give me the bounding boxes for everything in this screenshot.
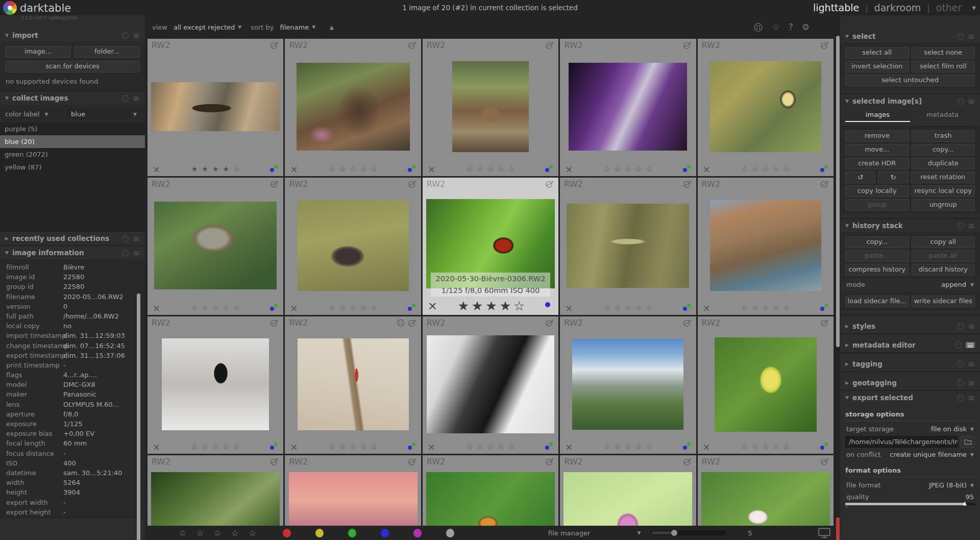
thumbnail-cell-5[interactable]: RW2×☆☆☆☆☆ bbox=[698, 39, 834, 176]
sort-value[interactable]: filename bbox=[280, 23, 309, 31]
select-all-button[interactable]: select all bbox=[845, 47, 909, 59]
remove-button[interactable]: remove bbox=[845, 130, 909, 142]
photo-thumbnail[interactable] bbox=[572, 339, 683, 430]
collapse-arrow-icon[interactable] bbox=[5, 33, 12, 38]
star-rating[interactable]: ★★★★☆ bbox=[441, 299, 544, 313]
filter-star-2[interactable]: ☆ bbox=[196, 528, 204, 538]
filter-color-dot-2[interactable] bbox=[315, 529, 324, 537]
quality-slider[interactable] bbox=[845, 501, 975, 507]
presets-icon[interactable] bbox=[968, 380, 975, 385]
presets-icon[interactable] bbox=[968, 395, 975, 400]
paste-button[interactable]: paste... bbox=[845, 250, 909, 262]
mode-value[interactable]: append bbox=[941, 281, 966, 288]
reset-icon[interactable] bbox=[957, 98, 964, 105]
discard-history-button[interactable]: discard history bbox=[912, 264, 975, 276]
thumbnail-cell-14[interactable]: RW2×☆☆☆☆☆ bbox=[560, 316, 696, 454]
reject-icon[interactable]: × bbox=[153, 164, 166, 175]
scan-for-devices-button[interactable]: scan for devices bbox=[5, 61, 140, 72]
photo-thumbnail[interactable] bbox=[298, 338, 409, 430]
presets-icon[interactable] bbox=[968, 324, 975, 329]
star-rating[interactable]: ☆☆☆☆☆ bbox=[166, 443, 269, 451]
star-rating[interactable]: ☆☆☆☆☆ bbox=[166, 304, 269, 312]
reset-icon[interactable] bbox=[957, 360, 964, 367]
presets-icon[interactable] bbox=[966, 342, 975, 348]
reset-rotation-button[interactable]: reset rotation bbox=[911, 171, 975, 183]
select-module-header[interactable]: select bbox=[840, 30, 980, 43]
photo-thumbnail[interactable] bbox=[715, 337, 817, 432]
reset-icon[interactable] bbox=[122, 250, 129, 256]
thumbnail-cell-6[interactable]: RW2×☆☆☆☆☆ bbox=[148, 178, 283, 315]
presets-icon[interactable] bbox=[133, 95, 140, 101]
reject-icon[interactable]: × bbox=[290, 164, 303, 175]
import-image-button[interactable]: image... bbox=[5, 46, 71, 58]
photo-thumbnail[interactable] bbox=[154, 202, 277, 289]
reject-icon[interactable]: × bbox=[565, 441, 578, 452]
view-filter-value[interactable]: all except rejected bbox=[174, 23, 235, 31]
filter-star-5[interactable]: ☆ bbox=[249, 528, 256, 538]
reset-icon[interactable] bbox=[122, 235, 129, 242]
history-stack-header[interactable]: history stack bbox=[840, 219, 980, 232]
import-folder-button[interactable]: folder... bbox=[74, 46, 140, 58]
ungroup-button[interactable]: ungroup bbox=[912, 199, 975, 211]
import-module-header[interactable]: import bbox=[0, 29, 145, 42]
thumbnail-cell-16[interactable]: RW2×☆☆☆☆☆ bbox=[148, 455, 283, 526]
thumbnail-cell-8[interactable]: RW22020-05-30-Bièvre-0306.RW21/125 f/8,0… bbox=[423, 178, 558, 315]
paste-all-button[interactable]: paste all bbox=[912, 250, 975, 262]
photo-thumbnail[interactable] bbox=[151, 82, 280, 131]
presets-icon[interactable] bbox=[133, 250, 140, 255]
sort-ascending-icon[interactable] bbox=[330, 24, 334, 30]
star-rating[interactable]: ☆☆☆☆☆ bbox=[441, 443, 544, 451]
filter-star-1[interactable]: ☆ bbox=[179, 528, 186, 538]
collect-images-module-header[interactable]: collect images bbox=[0, 91, 145, 105]
select-untouched-button[interactable]: select untouched bbox=[845, 75, 975, 86]
right-panel-scrollbar[interactable] bbox=[836, 36, 840, 347]
export-path-input[interactable]: /home/nilvus/Téléchargements/Im bbox=[845, 436, 958, 448]
reject-icon[interactable]: × bbox=[428, 299, 441, 312]
view-filter-dropdown-icon[interactable] bbox=[238, 24, 241, 30]
collapse-arrow-icon[interactable] bbox=[845, 342, 852, 348]
star-rating[interactable]: ☆☆☆☆☆ bbox=[303, 304, 406, 312]
thumbnail-cell-2[interactable]: RW2×☆☆☆☆☆ bbox=[285, 39, 421, 176]
presets-icon[interactable] bbox=[133, 236, 140, 241]
thumbnail-cell-12[interactable]: RW2×☆☆☆☆☆ bbox=[285, 316, 421, 454]
compress-history-button[interactable]: compress history bbox=[845, 264, 909, 276]
select-none-button[interactable]: select none bbox=[912, 47, 975, 59]
thumbnail-cell-9[interactable]: RW2×☆☆☆☆☆ bbox=[560, 178, 696, 315]
thumbnail-cell-19[interactable]: RW2×☆☆☆☆☆ bbox=[560, 455, 696, 526]
star-rating[interactable]: ☆☆☆☆☆ bbox=[716, 304, 819, 312]
reset-icon[interactable] bbox=[957, 379, 964, 386]
filter-color-dot-5[interactable] bbox=[413, 529, 422, 537]
file-format-dropdown-icon[interactable] bbox=[970, 483, 974, 488]
target-storage-dropdown-icon[interactable] bbox=[970, 427, 974, 432]
thumbnail-cell-10[interactable]: RW2×☆☆☆☆☆ bbox=[698, 178, 834, 315]
photo-thumbnail[interactable] bbox=[710, 61, 821, 152]
photo-thumbnail[interactable] bbox=[564, 472, 692, 526]
module-styles[interactable]: styles bbox=[840, 318, 980, 334]
duplicate-button[interactable]: duplicate bbox=[912, 158, 975, 169]
left-panel-scrollbar[interactable] bbox=[137, 293, 140, 540]
filter-star-4[interactable]: ☆ bbox=[231, 528, 239, 538]
thumbnail-cell-18[interactable]: RW2×☆☆☆☆☆ bbox=[423, 455, 558, 526]
layout-selector[interactable]: file manager bbox=[548, 529, 590, 537]
rule-value-dropdown-icon[interactable] bbox=[130, 110, 140, 118]
filter-color-dot-3[interactable] bbox=[348, 529, 356, 537]
photo-thumbnail[interactable] bbox=[151, 472, 280, 526]
thumbnail-cell-13[interactable]: RW2×☆☆☆☆☆ bbox=[423, 316, 558, 454]
reject-icon[interactable]: × bbox=[703, 441, 716, 452]
rule-dropdown-icon[interactable] bbox=[45, 112, 48, 117]
collapse-arrow-icon[interactable] bbox=[845, 223, 852, 228]
thumbnail-cell-15[interactable]: RW2×☆☆☆☆☆ bbox=[698, 316, 834, 454]
collapse-arrow-icon[interactable] bbox=[5, 250, 12, 255]
reset-icon[interactable] bbox=[957, 223, 964, 229]
reset-icon[interactable] bbox=[955, 341, 962, 348]
collection-item-purple-5[interactable]: purple (5) bbox=[0, 122, 145, 135]
collapse-arrow-icon[interactable] bbox=[5, 236, 12, 241]
target-storage-value[interactable]: file on disk bbox=[931, 425, 967, 433]
preferences-gear-icon[interactable] bbox=[802, 22, 810, 32]
create-hdr-button[interactable]: create HDR bbox=[845, 158, 909, 169]
star-rating[interactable]: ☆☆☆☆☆ bbox=[303, 443, 406, 451]
photo-thumbnail[interactable] bbox=[298, 200, 409, 291]
file-format-value[interactable]: JPEG (8-bit) bbox=[929, 481, 967, 489]
mode-dropdown-icon[interactable] bbox=[970, 282, 974, 287]
star-rating[interactable]: ☆☆☆☆☆ bbox=[303, 165, 406, 173]
